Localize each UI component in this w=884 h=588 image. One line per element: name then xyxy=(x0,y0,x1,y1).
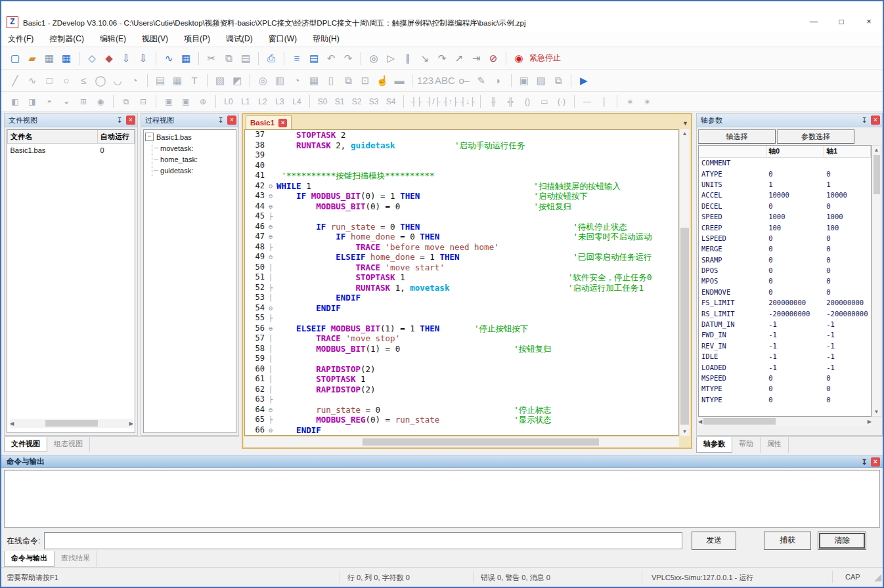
clear-button[interactable]: 清除 xyxy=(818,532,866,550)
pin-icon[interactable]: ↧ xyxy=(860,457,869,467)
fold-icon[interactable]: ⊖ xyxy=(265,303,276,314)
ladder-l3-icon[interactable]: L3 xyxy=(272,94,288,110)
collapse-icon[interactable]: − xyxy=(145,133,154,141)
hmi-parts-icon[interactable]: ◩ xyxy=(229,73,245,89)
draw-polygon-icon[interactable]: ≤ xyxy=(76,73,91,89)
fold-icon[interactable]: ⊖ xyxy=(265,405,276,415)
group-objects-icon[interactable]: ⧉ xyxy=(118,94,134,110)
cut-icon[interactable]: ✂ xyxy=(204,51,219,66)
menu-项目[interactable]: 项目(P) xyxy=(184,33,210,45)
fold-icon[interactable]: ⊖ xyxy=(265,232,276,242)
send-to-back-icon[interactable]: ▣ xyxy=(178,94,194,110)
emergency-stop-icon[interactable]: ◉ xyxy=(511,51,527,66)
scroll-thumb[interactable] xyxy=(363,438,599,446)
code-line[interactable]: 50│ TRACE 'move start' xyxy=(245,262,678,273)
ladder-out-coil-icon[interactable]: (·) xyxy=(554,94,569,110)
hmi-chart-icon[interactable]: ▨ xyxy=(533,73,549,89)
scroll-thumb[interactable] xyxy=(680,228,689,425)
close-icon[interactable]: × xyxy=(871,116,880,125)
code-line[interactable]: 41 '**********按键扫描模块********** xyxy=(245,171,678,181)
hmi-number-display-icon[interactable]: 123 xyxy=(417,73,433,89)
ladder-s0-icon[interactable]: S0 xyxy=(315,94,330,110)
param-row-SPEED[interactable]: SPEED10001000 xyxy=(699,211,871,222)
draw-polyline-icon[interactable]: ∿ xyxy=(24,73,40,89)
resize-grip-icon[interactable]: ◢ xyxy=(874,572,881,582)
save-file-icon[interactable]: ▦ xyxy=(41,51,57,66)
tree-item-guidetask[interactable]: ─guidetask: xyxy=(154,165,234,176)
code-line[interactable]: 38 RUNTASK 2, guidetask '启动手动运行任务 xyxy=(245,140,678,151)
print-icon[interactable]: ⎙ xyxy=(263,51,279,66)
close-icon[interactable]: × xyxy=(126,116,135,125)
step-into-icon[interactable]: ↘ xyxy=(417,51,433,66)
tab-close-icon[interactable]: × xyxy=(278,119,287,127)
scroll-thumb[interactable] xyxy=(703,418,776,425)
param-row-FWD_IN[interactable]: FWD_IN-1-1 xyxy=(699,329,871,340)
draw-rect-icon[interactable]: □ xyxy=(41,73,57,89)
contact-open-icon[interactable]: ┤├ xyxy=(409,94,424,110)
hmi-paint-icon[interactable]: ✎ xyxy=(474,73,489,89)
task-info-icon[interactable]: ▤ xyxy=(306,51,322,66)
scroll-left-icon[interactable]: ◀ xyxy=(698,419,702,425)
bring-to-front-icon[interactable]: ▣ xyxy=(161,94,177,110)
hmi-counter-icon[interactable]: ▦ xyxy=(306,73,322,89)
param-row-CREEP[interactable]: CREEP100100 xyxy=(699,222,871,232)
oscilloscope-icon[interactable]: ∿ xyxy=(161,51,177,66)
contact-rising-icon[interactable]: ┤↑├ xyxy=(443,94,458,110)
code-line[interactable]: 45├ xyxy=(245,211,678,222)
param-row-MERGE[interactable]: MERGE00 xyxy=(699,243,871,254)
code-line[interactable]: 49⊖ ELSEIF home_done = 1 THEN '已回零启动任务运行 xyxy=(245,252,678,262)
minimize-button[interactable]: — xyxy=(804,15,824,28)
param-row-ACCEL[interactable]: ACCEL1000010000 xyxy=(699,190,871,200)
center-objects-icon[interactable]: ◉ xyxy=(93,94,108,110)
tab-config-view[interactable]: 组态视图 xyxy=(47,437,90,452)
contact-falling-icon[interactable]: ┤↓├ xyxy=(460,94,475,110)
download-rom-icon[interactable]: ⇩ xyxy=(135,51,151,66)
editor-tab-basic1[interactable]: Basic1 × xyxy=(246,116,292,129)
code-line[interactable]: 43⊖ IF MODBUS_BIT(0) = 1 THEN '启动按钮按下 xyxy=(245,191,678,201)
code-line[interactable]: 47⊖ IF home_done = 0 THEN '未回零时不启动运动 xyxy=(245,232,678,242)
code-line[interactable]: 59│ xyxy=(245,354,678,364)
fold-icon[interactable]: ⊖ xyxy=(265,425,276,436)
tab-find-results[interactable]: 查找结果 xyxy=(55,551,97,567)
ladder-h-line-icon[interactable]: — xyxy=(579,94,595,110)
close-icon[interactable]: × xyxy=(871,457,880,467)
stop-debug-icon[interactable]: ⊘ xyxy=(485,51,501,66)
code-line[interactable]: 54⊖ ENDIF xyxy=(245,303,678,314)
ladder-l0-icon[interactable]: L0 xyxy=(221,94,236,110)
param-row-COMMENT[interactable]: COMMENT xyxy=(699,158,871,169)
hmi-meter-icon[interactable]: ◔ xyxy=(289,73,305,89)
pin-icon[interactable]: ↧ xyxy=(860,116,869,125)
menu-文件[interactable]: 文件(F) xyxy=(8,33,33,45)
draw-arc-icon[interactable]: ◡ xyxy=(110,73,125,89)
code-line[interactable]: 57│ TRACE 'move stop' xyxy=(245,333,678,344)
param-row-IDLE[interactable]: IDLE-1-1 xyxy=(699,351,871,362)
ungroup-objects-icon[interactable]: ⊟ xyxy=(135,94,151,110)
code-line[interactable]: 62│ RAPIDSTOP(2) xyxy=(245,385,678,395)
close-button[interactable]: × xyxy=(859,15,879,28)
code-line[interactable]: 37 STOPTASK 2 xyxy=(245,130,678,140)
same-size-icon[interactable]: ⊞ xyxy=(76,94,91,110)
code-line[interactable]: 52├ RUNTASK 1, movetask '启动运行加工任务1 xyxy=(245,283,678,293)
pause-icon[interactable]: ∥ xyxy=(400,51,416,66)
hmi-text-display-icon[interactable]: ABC xyxy=(435,73,455,89)
save-all-icon[interactable]: ▦ xyxy=(58,51,74,66)
hmi-lamp-icon[interactable]: ◎ xyxy=(255,73,271,89)
ladder-l2-icon[interactable]: L2 xyxy=(255,94,271,110)
hmi-simulate-icon[interactable]: ▶ xyxy=(576,73,592,89)
maximize-button[interactable]: □ xyxy=(831,15,851,28)
tab-help[interactable]: 帮助 xyxy=(732,437,761,453)
ladder-block-icon[interactable]: ▭ xyxy=(537,94,552,110)
fold-icon[interactable]: ⊖ xyxy=(265,181,276,192)
hmi-display-icon[interactable]: ▥ xyxy=(272,73,288,89)
run-to-cursor-icon[interactable]: ⇥ xyxy=(468,51,484,66)
new-file-icon[interactable]: ▢ xyxy=(7,51,23,66)
file-row[interactable]: Basic1.bas0 xyxy=(8,144,135,157)
editor-h-scrollbar[interactable] xyxy=(244,437,679,447)
redo-icon[interactable]: ↷ xyxy=(340,51,356,66)
tab-command-output[interactable]: 命令与输出 xyxy=(4,551,55,567)
capture-button[interactable]: 捕获 xyxy=(764,532,811,550)
hmi-toggle-icon[interactable]: o– xyxy=(456,73,472,89)
tab-properties[interactable]: 属性 xyxy=(761,437,789,453)
ladder-coil-parallel-icon[interactable]: ╬ xyxy=(502,94,518,110)
emergency-stop-label[interactable]: 紧急停止 xyxy=(529,52,561,64)
